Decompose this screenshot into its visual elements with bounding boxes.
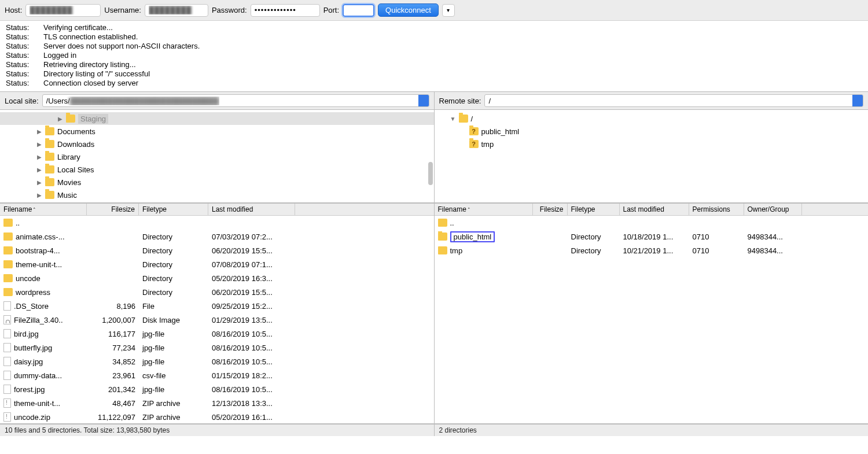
- file-type: Directory: [139, 232, 208, 241]
- col-filesize[interactable]: Filesize: [87, 204, 139, 215]
- tree-item[interactable]: ▼/: [435, 112, 869, 125]
- file-row[interactable]: animate.css-...Directory07/03/2019 07:2.…: [0, 230, 434, 243]
- tree-item[interactable]: ▶Documents: [0, 125, 434, 138]
- file-type: csv-file: [139, 371, 208, 380]
- file-size: 77,234: [87, 344, 139, 352]
- file-type: ZIP archive: [139, 413, 208, 422]
- file-row[interactable]: butterfly.jpg77,234jpg-file08/16/2019 10…: [0, 341, 434, 355]
- file-modified: 10/21/2019 1...: [620, 246, 689, 255]
- file-name: animate.css-...: [16, 232, 65, 241]
- tree-toggle-icon[interactable]: ▶: [36, 167, 43, 173]
- col-modified[interactable]: Last modified: [620, 204, 689, 215]
- file-icon: [3, 371, 11, 380]
- folder-icon: [438, 219, 447, 227]
- file-row[interactable]: bird.jpg116,177jpg-file08/16/2019 10:5..…: [0, 327, 434, 341]
- col-filetype[interactable]: Filetype: [139, 204, 208, 215]
- col-filesize[interactable]: Filesize: [533, 204, 568, 215]
- file-name: uncode: [16, 274, 41, 283]
- password-input[interactable]: [251, 4, 320, 17]
- log-status-label: Status:: [6, 69, 43, 79]
- file-row[interactable]: uncodeDirectory05/20/2019 16:3...: [0, 271, 434, 285]
- file-name: public_html: [450, 231, 495, 242]
- file-type: Directory: [139, 260, 208, 269]
- file-owner: 9498344...: [744, 246, 802, 255]
- tree-item[interactable]: ▶Staging: [0, 112, 434, 125]
- file-modified: 01/15/2019 18:2...: [208, 371, 295, 380]
- file-name: daisy.jpg: [14, 357, 43, 366]
- folder-icon: [438, 232, 447, 241]
- tree-toggle-icon[interactable]: ▶: [36, 179, 43, 186]
- username-input[interactable]: [145, 4, 208, 17]
- file-modified: 07/03/2019 07:2...: [208, 232, 295, 241]
- file-row[interactable]: .DS_Store8,196File09/25/2019 15:2...: [0, 299, 434, 313]
- tree-label: Downloads: [57, 140, 94, 149]
- file-row[interactable]: bootstrap-4...Directory06/20/2019 15:5..…: [0, 243, 434, 257]
- file-row[interactable]: daisy.jpg34,852jpg-file08/16/2019 10:5..…: [0, 355, 434, 368]
- log-status-label: Status:: [6, 79, 43, 88]
- tree-item[interactable]: ▶Movies: [0, 176, 434, 189]
- file-type: Directory: [139, 246, 208, 255]
- file-row[interactable]: ..: [435, 216, 869, 230]
- remote-list-header[interactable]: Filename˄ Filesize Filetype Last modifie…: [435, 203, 869, 216]
- file-modified: 07/08/2019 07:1...: [208, 260, 295, 269]
- port-input[interactable]: [343, 4, 374, 17]
- tree-item[interactable]: ▶Music: [0, 189, 434, 201]
- file-size: 8,196: [87, 302, 139, 311]
- tree-label: Library: [57, 153, 80, 161]
- message-log[interactable]: Status:Verifying certificate...Status:TL…: [0, 21, 868, 92]
- tree-item[interactable]: public_html: [435, 125, 869, 138]
- remote-site-select[interactable]: /: [484, 94, 863, 107]
- col-owner[interactable]: Owner/Group: [744, 204, 802, 215]
- file-row[interactable]: public_htmlDirectory10/18/2019 1...07109…: [435, 230, 869, 243]
- file-type: jpg-file: [139, 385, 208, 394]
- local-tree[interactable]: ▶Staging▶Documents▶Downloads▶Library▶Loc…: [0, 110, 434, 202]
- quickconnect-button[interactable]: Quickconnect: [378, 3, 439, 17]
- file-row[interactable]: forest.jpg201,342jpg-file08/16/2019 10:5…: [0, 382, 434, 396]
- local-site-select[interactable]: /Users/████████████████████████████: [42, 94, 429, 107]
- tree-item[interactable]: tmp: [435, 138, 869, 150]
- file-row[interactable]: wordpressDirectory06/20/2019 15:5...: [0, 285, 434, 299]
- file-row[interactable]: dummy-data...23,961csv-file01/15/2019 18…: [0, 368, 434, 382]
- host-label: Host:: [5, 6, 22, 14]
- file-size: 201,342: [87, 385, 139, 394]
- file-size: 1,200,007: [87, 316, 139, 324]
- file-row[interactable]: theme-unit-t...Directory07/08/2019 07:1.…: [0, 257, 434, 271]
- folder-icon: [3, 232, 13, 241]
- quickconnect-history-dropdown[interactable]: ▾: [442, 4, 455, 17]
- folder-icon: [469, 127, 479, 135]
- host-input[interactable]: [25, 4, 101, 17]
- tree-toggle-icon[interactable]: ▶: [36, 128, 43, 135]
- log-message: Retrieving directory listing...: [43, 60, 136, 69]
- tree-label: Movies: [57, 178, 81, 187]
- local-file-list[interactable]: ..animate.css-...Directory07/03/2019 07:…: [0, 216, 434, 423]
- tree-toggle-icon[interactable]: ▼: [450, 116, 457, 122]
- folder-icon: [469, 140, 479, 148]
- file-row[interactable]: tmpDirectory10/21/2019 1...07109498344..…: [435, 243, 869, 257]
- remote-tree[interactable]: ▼/public_htmltmp: [435, 110, 869, 202]
- tree-toggle-icon[interactable]: ▶: [57, 116, 64, 122]
- tree-item[interactable]: ▶Library: [0, 150, 434, 163]
- tree-toggle-icon[interactable]: ▶: [36, 192, 43, 198]
- folder-icon: [45, 127, 54, 135]
- file-row[interactable]: theme-unit-t...48,467ZIP archive12/13/20…: [0, 396, 434, 410]
- tree-item[interactable]: ▶Downloads: [0, 138, 434, 150]
- tree-toggle-icon[interactable]: ▶: [36, 154, 43, 160]
- file-name: butterfly.jpg: [14, 344, 52, 352]
- tree-item[interactable]: ▶Local Sites: [0, 163, 434, 176]
- local-list-header[interactable]: Filename˄ Filesize Filetype Last modifie…: [0, 203, 434, 216]
- zip-icon: [3, 412, 11, 422]
- file-modified: 12/13/2018 13:3...: [208, 399, 295, 408]
- col-filetype[interactable]: Filetype: [568, 204, 620, 215]
- file-name: tmp: [450, 246, 463, 255]
- file-row[interactable]: ..: [0, 216, 434, 230]
- file-row[interactable]: FileZilla_3.40..1,200,007Disk Image01/29…: [0, 313, 434, 327]
- zip-icon: [3, 398, 11, 408]
- file-type: Directory: [568, 232, 620, 241]
- tree-toggle-icon[interactable]: ▶: [36, 141, 43, 147]
- col-modified[interactable]: Last modified: [208, 204, 295, 215]
- remote-file-list[interactable]: ..public_htmlDirectory10/18/2019 1...071…: [435, 216, 869, 423]
- file-row[interactable]: uncode.zip11,122,097ZIP archive05/20/201…: [0, 410, 434, 423]
- scrollbar-thumb[interactable]: [428, 162, 433, 185]
- col-filename: Filename˄: [435, 204, 533, 215]
- col-permissions[interactable]: Permissions: [689, 204, 744, 215]
